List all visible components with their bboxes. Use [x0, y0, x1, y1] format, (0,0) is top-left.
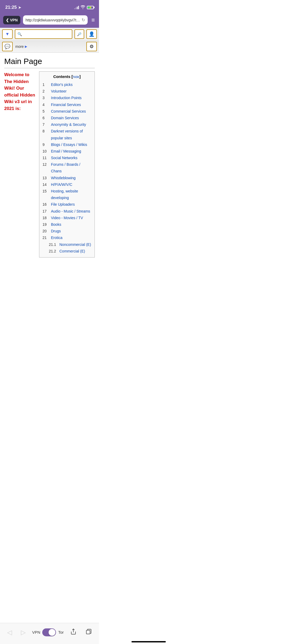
page-title: Main Page	[4, 57, 95, 68]
contents-link[interactable]: Volunteer	[51, 88, 67, 95]
contents-link[interactable]: Commercial (E)	[59, 248, 85, 255]
user-icon-button[interactable]: 👤	[86, 29, 97, 39]
browser-menu-button[interactable]: ≡	[90, 16, 96, 25]
contents-link[interactable]: Noncommercial (E)	[59, 241, 91, 248]
contents-link[interactable]: Blogs / Essays / Wikis	[51, 141, 87, 148]
item-number: 4	[43, 102, 49, 108]
status-icons: ⚡	[74, 5, 94, 10]
toolbar2-left-button[interactable]: 💬	[2, 42, 13, 51]
contents-link[interactable]: Hosting, website developing	[51, 188, 91, 201]
search-go-button[interactable]: 🔎	[74, 29, 84, 39]
list-item: 16File Uploaders	[43, 201, 91, 208]
contents-list: 1Editor's picks2Volunteer3Introduction P…	[43, 81, 91, 255]
list-item: 9Blogs / Essays / Wikis	[43, 141, 91, 148]
dropdown-arrow-icon: ▼	[5, 32, 10, 36]
contents-link[interactable]: Commercial Services	[51, 108, 86, 115]
list-item: 21Erotica	[43, 234, 91, 241]
url-text: http://zqktlwiuavvvqqt4ybvgvi7tyo4l	[26, 18, 80, 22]
contents-link[interactable]: Social Networks	[51, 155, 77, 161]
contents-link[interactable]: H/P/A/W/V/C	[51, 181, 72, 188]
item-number: 7	[43, 121, 49, 128]
list-item: 21.2Commercial (E)	[43, 248, 91, 255]
list-item: 13Whistleblowing	[43, 175, 91, 181]
item-number: 6	[43, 115, 49, 121]
time-display: 21:25	[5, 5, 17, 10]
item-number: 13	[43, 175, 49, 181]
item-number: 18	[43, 215, 49, 221]
browser-bar: ❮ VPN http://zqktlwiuavvvqqt4ybvgvi7tyo4…	[0, 13, 99, 28]
item-number: 17	[43, 208, 49, 215]
item-number: 9	[43, 141, 49, 148]
vpn-button-label: VPN	[10, 18, 18, 22]
user-icon: 👤	[89, 31, 95, 37]
item-number: 3	[43, 95, 49, 101]
contents-link[interactable]: Domain Services	[51, 115, 79, 121]
wiki-toolbar-2: 💬 more ▶ ⚙	[0, 41, 99, 53]
main-content: Main Page Welcome to The Hidden Wiki! Ou…	[0, 53, 99, 281]
contents-link[interactable]: Forums / Boards / Chans	[51, 161, 91, 174]
contents-link[interactable]: Anonymity & Security	[51, 121, 86, 128]
item-number: 21.1	[49, 241, 57, 248]
vpn-back-button[interactable]: ❮ VPN	[3, 16, 20, 24]
more-arrow-icon: ▶	[25, 45, 27, 48]
list-item: 17Audio - Music / Streams	[43, 208, 91, 215]
list-item: 1Editor's picks	[43, 81, 91, 88]
location-arrow-icon: ➤	[18, 6, 21, 10]
url-bar[interactable]: http://zqktlwiuavvvqqt4ybvgvi7tyo4l ↻	[23, 15, 88, 25]
contents-link[interactable]: Erotica	[51, 234, 63, 241]
status-time: 21:25 ➤	[5, 5, 21, 10]
item-number: 2	[43, 88, 49, 95]
list-item: 5Commercial Services	[43, 108, 91, 115]
item-number: 10	[43, 148, 49, 155]
item-number: 5	[43, 108, 49, 115]
status-bar: 21:25 ➤ ⚡	[0, 0, 99, 13]
welcome-text: Welcome to The Hidden Wiki! Our official…	[4, 71, 36, 257]
more-link[interactable]: more ▶	[15, 44, 27, 49]
list-item: 6Domain Services	[43, 115, 91, 121]
item-number: 12	[43, 161, 49, 174]
toolbar2-right-button[interactable]: ⚙	[86, 42, 97, 51]
more-label: more	[15, 44, 24, 49]
item-number: 14	[43, 181, 49, 188]
contents-link[interactable]: Darknet versions of popular sites	[51, 128, 91, 141]
search-input[interactable]	[23, 32, 70, 36]
contents-link[interactable]: Video - Movies / TV	[51, 215, 83, 221]
item-number: 16	[43, 201, 49, 208]
list-item: 8Darknet versions of popular sites	[43, 128, 91, 141]
refresh-icon[interactable]: ↻	[82, 17, 85, 22]
contents-header: Contents [hide]	[43, 74, 91, 79]
contents-box: Contents [hide] 1Editor's picks2Voluntee…	[39, 71, 95, 257]
contents-link[interactable]: Drugs	[51, 228, 61, 234]
signal-icon	[74, 6, 79, 9]
chevron-left-icon: ❮	[6, 18, 9, 22]
contents-link[interactable]: Books	[51, 221, 61, 228]
list-item: 20Drugs	[43, 228, 91, 234]
item-number: 21	[43, 234, 49, 241]
contents-title: Contents	[53, 74, 70, 79]
hide-link[interactable]: hide	[73, 75, 79, 79]
list-item: 4Financial Services	[43, 102, 91, 108]
content-area: Welcome to The Hidden Wiki! Our official…	[4, 71, 95, 257]
wifi-icon	[81, 5, 85, 10]
item-number: 8	[43, 128, 49, 141]
contents-link[interactable]: Audio - Music / Streams	[51, 208, 90, 215]
list-item: 2Volunteer	[43, 88, 91, 95]
contents-link[interactable]: Email / Messaging	[51, 148, 81, 155]
contents-link[interactable]: Introduction Points	[51, 95, 82, 101]
contents-link[interactable]: Financial Services	[51, 102, 81, 108]
item-number: 11	[43, 155, 49, 161]
item-number: 20	[43, 228, 49, 234]
search-settings-icon: 🔎	[77, 32, 82, 36]
contents-link[interactable]: Editor's picks	[51, 81, 73, 88]
item-number: 1	[43, 81, 49, 88]
toolbar-dropdown-button[interactable]: ▼	[2, 29, 13, 39]
list-item: 14H/P/A/W/V/C	[43, 181, 91, 188]
contents-link[interactable]: Whistleblowing	[51, 175, 76, 181]
list-item: 7Anonymity & Security	[43, 121, 91, 128]
contents-link[interactable]: File Uploaders	[51, 201, 75, 208]
list-item: 18Video - Movies / TV	[43, 215, 91, 221]
tools-icon: ⚙	[89, 44, 94, 49]
item-number: 21.2	[49, 248, 57, 255]
wiki-search-bar[interactable]: 🔍	[15, 29, 72, 39]
list-item: 10Email / Messaging	[43, 148, 91, 155]
